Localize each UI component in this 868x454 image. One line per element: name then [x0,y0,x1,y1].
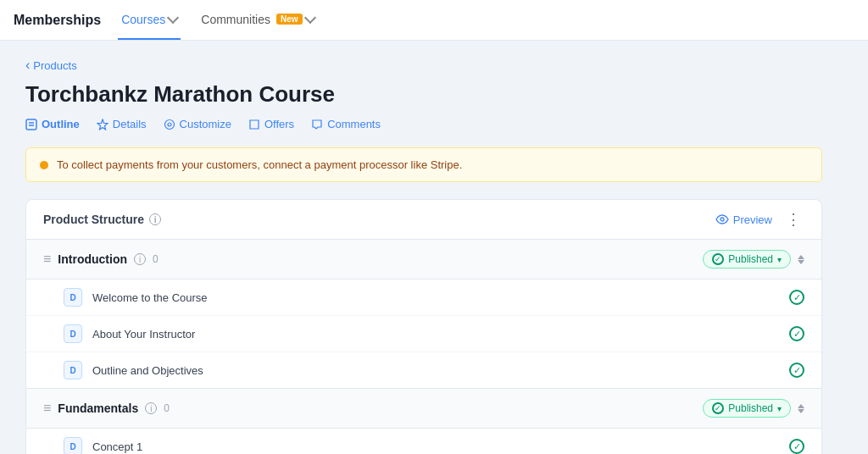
section-fundamentals: ≡ Fundamentals i 0 Published ▾ [26,389,821,454]
published-chevron-icon: ▾ [777,404,782,413]
tab-details[interactable]: Details [97,118,147,130]
section-info-icon[interactable]: i [145,402,157,414]
section-introduction-title: Introduction [58,252,127,266]
tab-offers[interactable]: Offers [248,118,294,130]
published-badge-introduction[interactable]: Published ▾ [703,250,791,269]
list-item: D Concept 1 ✓ [26,429,821,454]
published-chevron-icon: ▾ [777,255,782,264]
alert-dot-icon [40,161,48,169]
nav-courses[interactable]: Courses [118,1,181,40]
alert-text: To collect payments from your customers,… [57,158,462,171]
eye-icon [715,213,729,226]
sub-navigation: Outline Details Customize Offers Comment… [25,118,822,130]
svg-point-5 [721,218,724,221]
svg-point-4 [168,123,171,126]
sort-arrows-fundamentals[interactable] [798,404,804,413]
list-item: D About Your Instructor ✓ [26,316,821,352]
lesson-name: Welcome to the Course [92,291,789,304]
breadcrumb[interactable]: Products [25,58,822,73]
lesson-type-icon: D [64,437,82,454]
structure-info-icon[interactable]: i [149,213,161,225]
top-navigation: Memberships Courses Communities New [0,0,868,41]
section-count: 0 [164,402,170,414]
alert-banner: To collect payments from your customers,… [25,147,822,182]
published-badge-fundamentals[interactable]: Published ▾ [703,399,791,418]
sort-arrows-introduction[interactable] [798,255,804,264]
section-fundamentals-header: ≡ Fundamentals i 0 Published ▾ [26,389,821,429]
offers-icon [248,119,260,130]
svg-point-3 [164,119,174,129]
list-item: D Welcome to the Course ✓ [26,280,821,316]
tab-outline[interactable]: Outline [25,118,80,130]
customize-icon [164,119,175,130]
list-item: D Outline and Objectives ✓ [26,352,821,388]
lesson-check-icon: ✓ [789,326,804,341]
comments-icon [311,119,323,130]
product-structure-card: Product Structure i Preview ⋮ ≡ Int [25,199,822,454]
brand-logo: Memberships [14,13,101,28]
preview-button[interactable]: Preview [715,213,772,226]
section-info-icon[interactable]: i [134,253,146,265]
lesson-check-icon: ✓ [789,439,804,454]
details-icon [97,119,108,130]
section-introduction: ≡ Introduction i 0 Published ▾ [26,240,821,389]
lesson-name: Outline and Objectives [92,364,789,377]
drag-handle-icon: ≡ [43,252,51,267]
svg-rect-0 [26,119,36,130]
section-introduction-header: ≡ Introduction i 0 Published ▾ [26,240,821,280]
lesson-type-icon: D [64,324,82,343]
nav-communities[interactable]: Communities New [198,1,317,40]
courses-chevron-icon [167,12,179,24]
lesson-type-icon: D [64,361,82,379]
section-fundamentals-title: Fundamentals [58,401,138,415]
published-check-icon [712,402,724,414]
drag-handle-icon: ≡ [43,401,51,416]
structure-header: Product Structure i Preview ⋮ [26,200,821,240]
lesson-name: About Your Instructor [92,328,789,340]
structure-title: Product Structure i [43,213,161,226]
tab-comments[interactable]: Comments [311,118,381,130]
new-badge: New [276,14,303,25]
section-count: 0 [153,253,159,265]
communities-chevron-icon [303,12,315,24]
outline-icon [25,119,37,130]
published-check-icon [712,253,724,265]
page-title: Torchbankz Marathon Course [25,81,822,108]
lesson-check-icon: ✓ [789,363,804,378]
more-options-button[interactable]: ⋮ [782,212,804,227]
main-content: Products Torchbankz Marathon Course Outl… [0,41,848,454]
lesson-type-icon: D [64,288,82,307]
lesson-check-icon: ✓ [789,290,804,305]
tab-customize[interactable]: Customize [164,118,231,130]
structure-actions: Preview ⋮ [715,212,804,227]
lesson-name: Concept 1 [92,440,789,453]
